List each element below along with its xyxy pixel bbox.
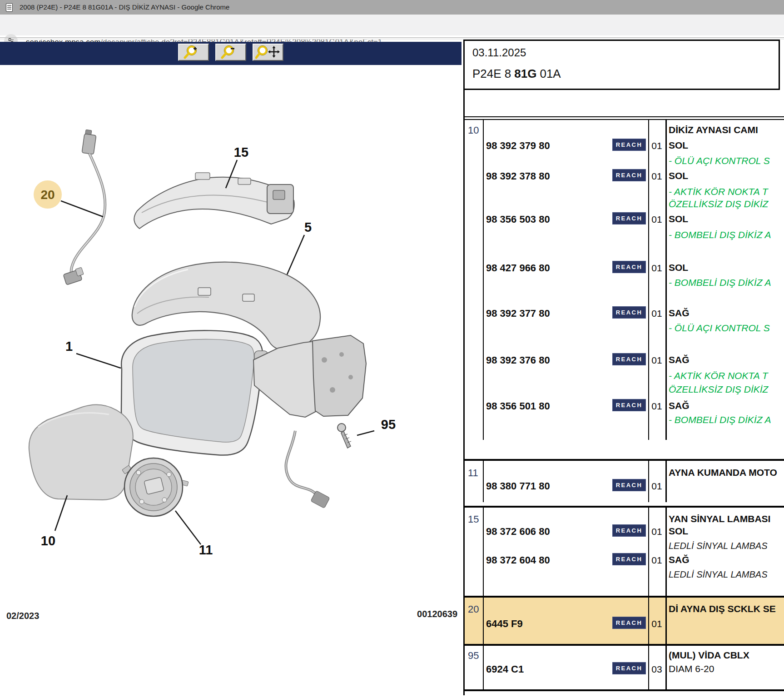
part-signal-lamp (134, 173, 294, 229)
zoom-out-button[interactable] (215, 44, 246, 61)
part-qty: 01 (649, 263, 665, 274)
table-border (483, 646, 484, 689)
item-number: 10 (468, 125, 479, 136)
table-border (665, 508, 667, 596)
table-border (648, 119, 649, 440)
diagram-document-number: 00120639 (417, 609, 457, 619)
part-side: SOL (669, 140, 688, 151)
part-qty: 01 (649, 214, 665, 225)
part-note: ÖZELLİKSİZ DIŞ DİKİZ (669, 199, 768, 209)
part-qty: 01 (649, 140, 665, 151)
part-cable (63, 130, 105, 285)
part-qty: 01 (649, 555, 665, 566)
part-qty: 01 (649, 401, 665, 412)
reach-badge[interactable]: REACH (612, 553, 646, 565)
reach-badge[interactable]: REACH (612, 353, 646, 365)
part-note: - ÖLÜ AÇI KONTROL S (669, 323, 770, 334)
reach-badge[interactable]: REACH (612, 139, 646, 151)
part-ref: 6445 F9 (486, 618, 523, 630)
catalog-date: 03.11.2025 (472, 46, 526, 59)
part-qty: 03 (649, 664, 665, 675)
part-qty: 01 (649, 308, 665, 319)
part-note: - BOMBELİ DIŞ DİKİZ A (669, 414, 771, 425)
reach-badge[interactable]: REACH (612, 524, 646, 537)
callout-10-label: 10 (41, 533, 55, 548)
part-ref: 98 372 604 80 (486, 554, 550, 566)
part-side: SAĞ (669, 554, 690, 565)
reach-badge[interactable]: REACH (612, 169, 646, 181)
callout-15-label: 15 (234, 145, 248, 160)
part-note: LEDLİ SİNYAL LAMBAS (669, 569, 768, 580)
viewer-toolbar (0, 42, 461, 65)
table-border (463, 40, 780, 41)
table-border (648, 508, 649, 596)
table-border (483, 598, 484, 644)
part-description: AYNA KUMANDA MOTO (669, 467, 777, 478)
callout-5-label: 5 (304, 220, 312, 234)
part-ref: 98 380 771 80 (486, 480, 550, 492)
reference-prefix: P24E 8 (472, 67, 514, 80)
callout-1: 1 (65, 339, 121, 368)
table-border (463, 119, 784, 120)
zoom-in-button[interactable] (178, 44, 209, 61)
page-reference: P24E 881G01A (472, 67, 564, 81)
part-note: - AKTİK KÖR NOKTA T (669, 186, 768, 197)
callout-95-label: 95 (381, 417, 396, 432)
part-ref: 6924 C1 (486, 663, 524, 675)
table-border (483, 461, 484, 502)
table-border (483, 508, 484, 596)
address-bar[interactable]: servicebox.mpsa.com/docapvpr/affiche.do?… (0, 15, 784, 35)
reach-badge[interactable]: REACH (612, 399, 646, 411)
part-note: - BOMBELİ DIŞ DİKİZ A (669, 229, 771, 240)
item-number: 11 (468, 467, 478, 479)
part-description: DİKİZ AYNASI CAMI (669, 125, 758, 135)
part-qty: 01 (649, 526, 665, 537)
part-ref: 98 372 606 80 (486, 526, 550, 538)
table-border (463, 459, 784, 461)
part-note: ÖZELLİKSİZ DIŞ DİKİZ (669, 384, 768, 395)
part-description: Dİ AYNA DIŞ SCKLK SE (669, 603, 776, 614)
reach-badge[interactable]: REACH (612, 261, 646, 273)
part-side: SOL (669, 262, 688, 273)
callout-95: 95 (357, 417, 396, 435)
window-title: 2008 (P24E) - P24E 8 81G01A - DIŞ DİKİZ … (20, 3, 229, 11)
part-qty: 01 (649, 355, 665, 366)
table-border (463, 689, 784, 691)
table-border (665, 646, 667, 689)
callout-20: 20 (34, 180, 103, 217)
part-ref: 98 356 503 80 (486, 214, 550, 225)
callout-11-label: 11 (199, 543, 213, 557)
reach-badge[interactable]: REACH (612, 617, 646, 629)
part-ref: 98 427 966 80 (486, 262, 550, 274)
callout-10: 10 (41, 495, 67, 548)
diagram-revision-date: 02/2023 (6, 611, 39, 621)
table-border (665, 119, 667, 440)
part-side: SOL (669, 214, 688, 224)
part-qty: 01 (649, 481, 665, 492)
part-qty: 01 (649, 618, 665, 629)
item-number: 15 (468, 514, 479, 525)
table-border (463, 596, 784, 598)
reference-suffix: 01A (540, 67, 564, 80)
window-titlebar: 2008 (P24E) - P24E 8 81G01A - DIŞ DİKİZ … (0, 0, 784, 15)
part-ref: 98 392 378 80 (486, 170, 550, 182)
zoom-pan-icon (255, 45, 281, 59)
reach-badge[interactable]: REACH (612, 479, 646, 491)
exploded-diagram: 20 15 5 1 (0, 36, 461, 698)
part-side: SAĞ (669, 354, 690, 365)
part-ref: 98 392 376 80 (486, 354, 550, 366)
browser-window: { "window": { "title": "2008 (P24E) - P2… (0, 0, 784, 698)
reach-badge[interactable]: REACH (612, 306, 646, 319)
table-border (463, 644, 784, 646)
zoom-pan-button[interactable] (253, 44, 283, 61)
reach-badge[interactable]: REACH (612, 662, 646, 674)
part-ref: 98 356 501 80 (486, 400, 550, 412)
part-screw (337, 424, 351, 448)
reach-badge[interactable]: REACH (612, 212, 646, 224)
table-border (665, 461, 667, 502)
table-border (779, 40, 780, 90)
table-border (463, 89, 780, 90)
item-number: 95 (468, 650, 479, 662)
part-mirror-motor (122, 458, 189, 516)
table-border (463, 116, 784, 117)
